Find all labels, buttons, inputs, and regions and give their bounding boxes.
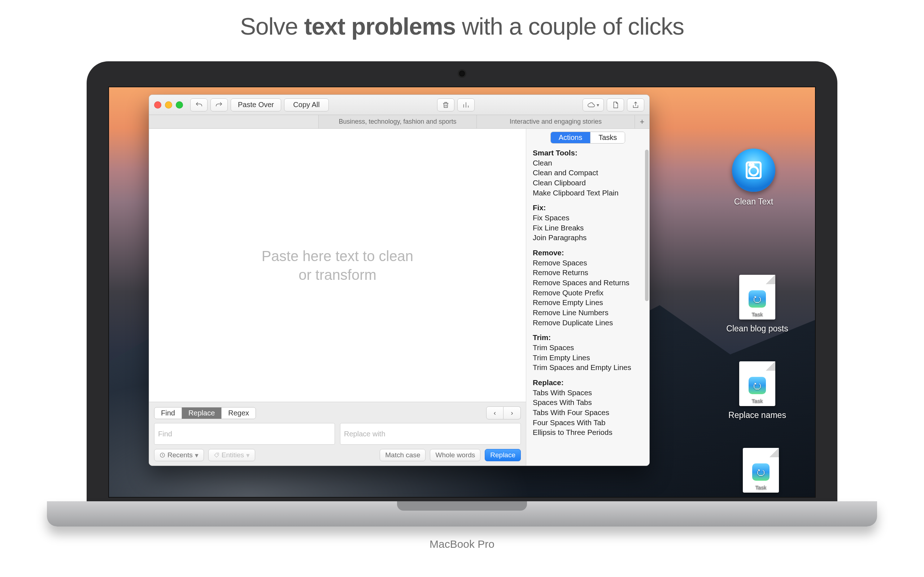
sidebar-tab-tasks[interactable]: Tasks xyxy=(590,132,625,143)
paste-over-button[interactable]: Paste Over xyxy=(231,98,281,111)
copy-all-button[interactable]: Copy All xyxy=(284,98,329,111)
app-window: Paste Over Copy All ▾ xyxy=(149,95,650,466)
action-item[interactable]: Fix Spaces xyxy=(533,213,643,223)
action-group-title: Replace: xyxy=(533,377,643,388)
replace-field[interactable] xyxy=(340,423,521,445)
headline-pre: Solve xyxy=(240,13,304,40)
find-next-button[interactable]: › xyxy=(504,406,521,419)
undo-icon xyxy=(195,101,203,109)
recents-dropdown[interactable]: Recents▾ xyxy=(154,449,204,461)
desktop-task-3[interactable]: ⭮Task Sort and Capitalize xyxy=(729,448,793,498)
laptop-base xyxy=(47,501,877,527)
redo-icon xyxy=(215,101,223,109)
svg-point-5 xyxy=(752,164,754,166)
redo-button[interactable] xyxy=(210,98,228,111)
action-item[interactable]: Trim Empty Lines xyxy=(533,353,643,363)
svg-point-1 xyxy=(217,454,218,455)
actions-list[interactable]: Smart Tools:CleanClean and CompactClean … xyxy=(526,146,649,442)
action-item[interactable]: Fix Line Breaks xyxy=(533,223,643,233)
action-item[interactable]: Spaces With Tabs xyxy=(533,397,643,408)
action-item[interactable]: Clean xyxy=(533,158,643,168)
action-item[interactable]: Remove Quote Prefix xyxy=(533,288,643,298)
action-item[interactable]: Remove Duplicate Lines xyxy=(533,318,643,328)
action-item[interactable]: Join Paragraphs xyxy=(533,233,643,243)
share-icon xyxy=(632,101,640,109)
mode-replace[interactable]: Replace xyxy=(181,408,221,419)
camera-dot xyxy=(459,71,465,76)
action-item[interactable]: Clean and Compact xyxy=(533,168,643,178)
action-item[interactable]: Tabs With Four Spaces xyxy=(533,408,643,417)
sidebar-tab-actions[interactable]: Actions xyxy=(551,132,591,143)
replace-button[interactable]: Replace xyxy=(485,449,521,461)
placeholder-line2: or transform xyxy=(299,267,376,283)
file-icon xyxy=(611,101,619,109)
trash-button[interactable] xyxy=(437,98,454,111)
window-controls xyxy=(154,102,183,108)
tab-stories[interactable]: Interactive and engaging stories xyxy=(477,115,635,128)
task-mini-icon: ⭮ xyxy=(749,290,766,308)
entities-label: Entities xyxy=(221,451,244,459)
desktop-task-2[interactable]: ⭮Task Replace names xyxy=(725,361,790,420)
laptop-label: MacBook Pro xyxy=(47,538,877,550)
action-item[interactable]: Ellipsis to Three Periods xyxy=(533,427,643,437)
close-button[interactable] xyxy=(154,102,162,108)
action-group-title: Trim: xyxy=(533,332,643,343)
task-tag: Task xyxy=(756,484,767,490)
app-icon-circle xyxy=(732,148,775,192)
whole-words-button[interactable]: Whole words xyxy=(430,449,480,461)
tab-blank[interactable] xyxy=(149,115,319,128)
laptop-frame: Paste Over Copy All ▾ xyxy=(47,61,877,527)
placeholder-line1: Paste here text to clean xyxy=(262,248,413,264)
task1-label: Clean blog posts xyxy=(726,324,788,333)
titlebar: Paste Over Copy All ▾ xyxy=(149,95,649,115)
document-tabs: Business, technology, fashion and sports… xyxy=(149,115,649,129)
action-item[interactable]: Remove Returns xyxy=(533,268,643,278)
svg-point-3 xyxy=(749,167,758,175)
mode-find[interactable]: Find xyxy=(155,408,181,419)
headline-post: with a couple of clicks xyxy=(456,13,684,40)
tag-icon xyxy=(214,452,220,458)
action-item[interactable]: Make Clipboard Text Plain xyxy=(533,188,643,198)
new-doc-button[interactable] xyxy=(607,98,624,111)
find-replace-panel: Find Replace Regex ‹ › xyxy=(149,402,526,466)
trash-icon xyxy=(442,101,450,109)
mode-regex[interactable]: Regex xyxy=(221,408,255,419)
actions-sidebar: Actions Tasks Smart Tools:CleanClean and… xyxy=(526,129,649,466)
recents-label: Recents xyxy=(168,451,193,459)
desktop-app-icon[interactable]: Clean Text xyxy=(721,148,786,206)
action-group-title: Fix: xyxy=(533,203,643,213)
tab-add-button[interactable]: + xyxy=(635,115,649,128)
action-item[interactable]: Remove Line Numbers xyxy=(533,308,643,318)
entities-dropdown[interactable]: Entities▾ xyxy=(208,449,255,461)
stats-button[interactable] xyxy=(457,98,475,111)
sidebar-scrollbar[interactable] xyxy=(645,150,649,301)
editor-placeholder: Paste here text to clean or transform xyxy=(262,247,413,284)
find-field[interactable] xyxy=(154,423,335,445)
share-button[interactable] xyxy=(627,98,644,111)
action-item[interactable]: Clean Clipboard xyxy=(533,178,643,188)
action-item[interactable]: Four Spaces With Tab xyxy=(533,417,643,428)
find-prev-button[interactable]: ‹ xyxy=(486,406,504,419)
undo-button[interactable] xyxy=(190,98,208,111)
find-mode-segmented: Find Replace Regex xyxy=(154,407,256,419)
action-group-title: Smart Tools: xyxy=(533,148,643,158)
minimize-button[interactable] xyxy=(165,102,172,108)
action-item[interactable]: Trim Spaces xyxy=(533,343,643,353)
action-item[interactable]: Tabs With Spaces xyxy=(533,388,643,398)
sidebar-tabs: Actions Tasks xyxy=(551,132,625,143)
action-item[interactable]: Remove Empty Lines xyxy=(533,298,643,308)
app-icon-label: Clean Text xyxy=(734,197,773,206)
tab-business[interactable]: Business, technology, fashion and sports xyxy=(319,115,477,128)
headline: Solve text problems with a couple of cli… xyxy=(0,13,924,40)
action-item[interactable]: Remove Spaces xyxy=(533,258,643,268)
task-mini-icon: ⭮ xyxy=(749,377,766,394)
cloud-button[interactable]: ▾ xyxy=(583,98,604,111)
task-tag: Task xyxy=(752,311,763,318)
task-tag: Task xyxy=(752,398,763,404)
action-item[interactable]: Remove Spaces and Returns xyxy=(533,278,643,288)
match-case-button[interactable]: Match case xyxy=(380,449,426,461)
text-editor[interactable]: Paste here text to clean or transform xyxy=(149,129,526,402)
desktop-task-1[interactable]: ⭮Task Clean blog posts xyxy=(725,275,790,334)
zoom-button[interactable] xyxy=(176,102,183,108)
action-item[interactable]: Trim Spaces and Empty Lines xyxy=(533,363,643,372)
